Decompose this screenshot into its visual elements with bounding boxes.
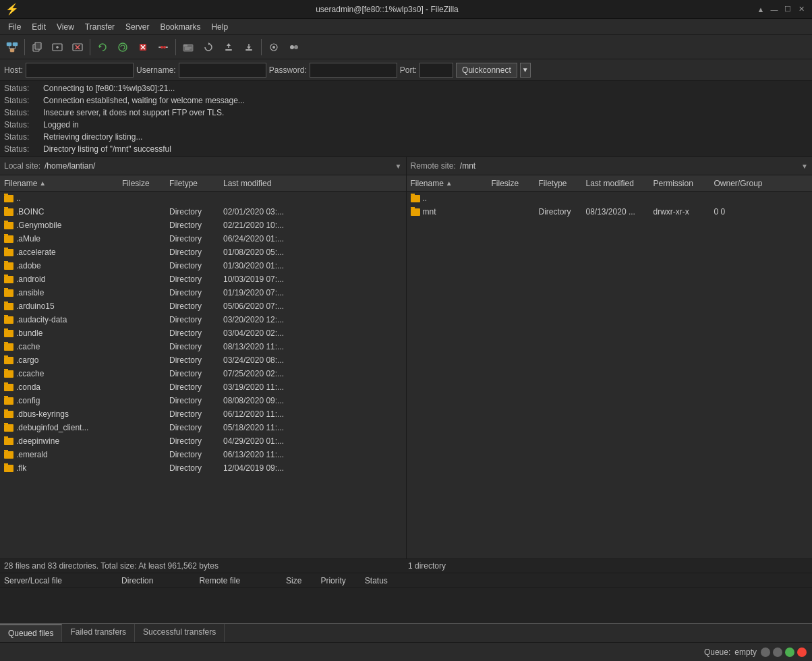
local-col-filesize[interactable]: Filesize	[119, 179, 167, 188]
filemanager-button[interactable]	[179, 38, 198, 57]
reconnect-button[interactable]	[93, 38, 112, 57]
remote-col-filesize[interactable]: Filesize	[489, 179, 536, 188]
local-file-row[interactable]: .aMule Directory 06/24/2020 01:...	[0, 232, 406, 246]
menu-help[interactable]: Help	[206, 21, 233, 33]
local-col-filetype[interactable]: Filetype	[167, 179, 221, 188]
remote-col-permission[interactable]: Permission	[651, 179, 712, 188]
quickconnect-dropdown[interactable]: ▼	[520, 63, 531, 78]
cancel-transfer-button[interactable]	[134, 38, 152, 57]
remote-site-path[interactable]: /mnt	[460, 161, 797, 171]
local-status-text: 28 files and 83 directories. Total size:…	[4, 561, 404, 571]
queue-area-header: Server/Local file Direction Remote file …	[0, 573, 812, 588]
folder-icon	[4, 370, 13, 378]
menu-edit[interactable]: Edit	[26, 21, 51, 33]
minimize-button2[interactable]: —	[769, 4, 780, 15]
disconnect-button[interactable]	[154, 38, 173, 57]
remote-col-owner[interactable]: Owner/Group	[712, 179, 765, 188]
folder-icon	[4, 276, 13, 283]
local-file-row[interactable]: .ccache Directory 07/25/2020 02:...	[0, 367, 406, 380]
local-file-name: .BOINC	[1, 207, 119, 217]
new-tab-button[interactable]	[48, 38, 67, 57]
local-file-row[interactable]: .cargo Directory 03/24/2020 08:...	[0, 353, 406, 367]
remote-col-lastmod[interactable]: Last modified	[583, 179, 651, 188]
tab-failed-transfers[interactable]: Failed transfers	[62, 624, 135, 642]
local-file-row[interactable]: .BOINC Directory 02/01/2020 03:...	[0, 205, 406, 219]
local-file-row[interactable]: .deepinwine Directory 04/29/2020 01:...	[0, 434, 406, 448]
tab-successful-transfers[interactable]: Successful transfers	[135, 624, 225, 642]
menu-bookmarks[interactable]: Bookmarks	[154, 21, 206, 33]
local-file-row[interactable]: .cache Directory 08/13/2020 11:...	[0, 340, 406, 353]
local-file-row[interactable]: .ansible Directory 01/19/2020 07:...	[0, 286, 406, 299]
local-file-row[interactable]: .adobe Directory 01/30/2020 01:...	[0, 259, 406, 272]
local-file-row[interactable]: .config Directory 08/08/2020 09:...	[0, 394, 406, 407]
menu-file[interactable]: File	[3, 21, 26, 33]
close-button[interactable]: ✕	[796, 4, 807, 15]
folder-icon	[4, 249, 13, 256]
status-label-6: Status:	[4, 143, 38, 155]
local-file-row[interactable]: .Genymobile Directory 02/21/2020 10:...	[0, 219, 406, 232]
queue-tabs: Queued files Failed transfers Successful…	[0, 623, 812, 642]
password-input[interactable]	[310, 63, 397, 78]
local-file-row[interactable]: .android Directory 10/03/2019 07:...	[0, 272, 406, 286]
minimize-button[interactable]: ▲	[755, 4, 766, 15]
quickconnect-button[interactable]: Quickconnect	[456, 63, 517, 78]
local-file-row[interactable]: .flk Directory 12/04/2019 09:...	[0, 461, 406, 475]
svg-point-36	[290, 45, 294, 49]
local-file-name: .bundle	[1, 328, 119, 338]
remote-file-name: ..	[408, 194, 489, 203]
refresh-button[interactable]	[199, 38, 218, 57]
queue-col-direction: Direction	[67, 576, 153, 585]
upload-button[interactable]	[219, 38, 238, 57]
copy-tab-button[interactable]	[28, 38, 47, 57]
show-hidden-button[interactable]	[264, 38, 283, 57]
local-file-row[interactable]: .accelerate Directory 01/08/2020 05:...	[0, 246, 406, 259]
remote-file-row[interactable]: ..	[407, 192, 813, 205]
menu-view[interactable]: View	[51, 21, 80, 33]
host-input[interactable]	[26, 63, 134, 78]
local-file-row[interactable]: ..	[0, 192, 406, 205]
local-site-path[interactable]: /home/lantian/	[45, 161, 391, 171]
show-hidden2-button[interactable]	[285, 38, 303, 57]
download-button[interactable]	[239, 38, 258, 57]
status-line-2: Status: Connection established, waiting …	[4, 94, 808, 107]
local-col-filename[interactable]: Filename ▲	[1, 179, 119, 188]
local-file-row[interactable]: .debuginfod_client... Directory 05/18/20…	[0, 421, 406, 434]
local-col-lastmod[interactable]: Last modified	[221, 179, 308, 188]
port-input[interactable]	[419, 63, 453, 78]
maximize-button[interactable]: ☐	[782, 4, 793, 15]
remote-col-filename[interactable]: Filename ▲	[408, 179, 489, 188]
folder-icon	[4, 262, 13, 270]
local-file-row[interactable]: .dbus-keyrings Directory 06/12/2020 11:.…	[0, 407, 406, 421]
local-file-row[interactable]: .bundle Directory 03/04/2020 02:...	[0, 326, 406, 340]
menubar: File Edit View Transfer Server Bookmarks…	[0, 19, 812, 35]
tab-queued-files[interactable]: Queued files	[0, 624, 62, 642]
svg-rect-1	[13, 42, 18, 46]
remote-col-filetype[interactable]: Filetype	[536, 179, 583, 188]
open-site-manager-button[interactable]	[3, 38, 22, 57]
menu-transfer[interactable]: Transfer	[80, 21, 120, 33]
queue-col-remote: Remote file	[158, 576, 240, 585]
local-file-row[interactable]: .conda Directory 03/19/2020 11:...	[0, 380, 406, 394]
status-lights	[761, 648, 807, 657]
folder-icon	[4, 235, 13, 243]
local-file-name: .ccache	[1, 369, 119, 378]
local-file-row[interactable]: .audacity-data Directory 03/20/2020 12:.…	[0, 313, 406, 326]
menu-server[interactable]: Server	[120, 21, 154, 33]
reconnect2-button[interactable]	[113, 38, 132, 57]
remote-file-row[interactable]: mnt Directory 08/13/2020 ... drwxr-xr-x …	[407, 205, 813, 219]
local-file-name: .aMule	[1, 234, 119, 243]
folder-icon	[4, 330, 13, 337]
local-path-dropdown[interactable]: ▼	[395, 163, 402, 170]
username-label: Username:	[136, 65, 176, 75]
local-file-list[interactable]: .. .BOINC Directory 02/01/2020 03:... .G…	[0, 192, 406, 558]
remote-path-dropdown[interactable]: ▼	[801, 163, 808, 170]
close-tab-button[interactable]	[68, 38, 87, 57]
username-input[interactable]	[179, 63, 266, 78]
local-file-name: .cache	[1, 342, 119, 351]
bottombar: Queue: empty	[0, 642, 812, 661]
quickconnect-bar: Host: Username: Password: Port: Quickcon…	[0, 59, 812, 81]
remote-file-list[interactable]: .. mnt Directory 08/13/2020 ... drwxr-xr…	[407, 192, 813, 558]
local-col-headers: Filename ▲ Filesize Filetype Last modifi…	[0, 175, 406, 192]
local-file-row[interactable]: .arduino15 Directory 05/06/2020 07:...	[0, 299, 406, 313]
local-file-row[interactable]: .emerald Directory 06/13/2020 11:...	[0, 448, 406, 461]
